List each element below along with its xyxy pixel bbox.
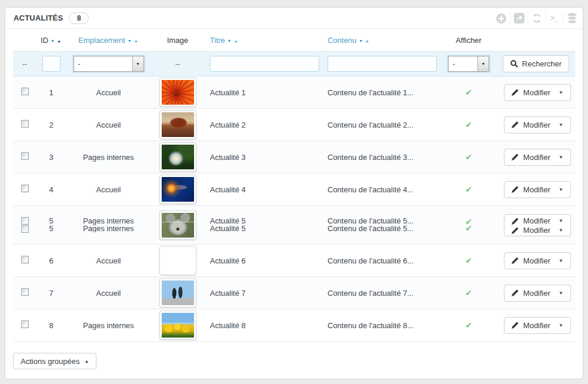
row-checkbox[interactable] <box>21 288 29 296</box>
row-checkbox[interactable] <box>21 88 29 95</box>
column-header-image: Image <box>167 36 188 45</box>
enabled-check-icon[interactable]: ✔ <box>465 152 472 162</box>
sql-manager-icon[interactable] <box>563 12 580 25</box>
filter-id-input[interactable] <box>42 56 61 72</box>
row-checkbox[interactable] <box>21 256 29 263</box>
row-checkbox[interactable] <box>21 185 29 192</box>
news-row[interactable]: 3 Pages internes Actualité 3 Contenu de … <box>13 141 575 173</box>
enabled-check-icon[interactable]: ✔ <box>465 320 472 330</box>
sort-desc-icon[interactable]: ▼ <box>228 39 232 43</box>
enabled-check-icon[interactable]: ✔ <box>465 88 472 97</box>
edit-button[interactable]: Modifier ▼ <box>504 181 571 198</box>
enabled-check-icon[interactable]: ✔ <box>465 185 472 194</box>
row-content: Contenu de l'actualité 5... <box>328 225 413 232</box>
add-icon[interactable] <box>492 12 510 25</box>
row-checkbox[interactable] <box>21 152 29 160</box>
row-title: Actualité 3 <box>204 153 322 162</box>
sort-asc-icon[interactable]: ▲ <box>57 39 62 43</box>
row-id: 1 <box>36 88 66 97</box>
column-header-emplacement[interactable]: Emplacement <box>78 36 125 45</box>
sort-asc-icon[interactable]: ▲ <box>233 39 238 43</box>
row-emplacement: Pages internes <box>83 225 134 232</box>
enabled-check-icon[interactable]: ✔ <box>465 225 472 232</box>
enabled-check-icon[interactable]: ✔ <box>465 120 472 129</box>
enabled-check-icon[interactable]: ✔ <box>465 288 472 298</box>
pencil-icon <box>512 153 519 161</box>
row-checkbox[interactable] <box>21 217 29 225</box>
news-list-panel: ACTUALITÉS 8 >_ <box>5 7 583 379</box>
filter-titre-input[interactable] <box>210 56 319 72</box>
column-header-titre[interactable]: Titre <box>210 36 225 45</box>
edit-button[interactable]: Modifier ▼ <box>504 285 571 302</box>
table-header-row: ID▼ ▲ Emplacement▼ ▲ Image Titre▼ ▲ Cont… <box>13 29 575 51</box>
row-content: Contenu de l'actualité 3... <box>322 153 445 162</box>
news-row[interactable]: 1 Accueil Actualité 1 Contenu de l'actua… <box>13 76 575 109</box>
news-row[interactable]: 2 Accueil Actualité 2 Contenu de l'actua… <box>13 109 575 141</box>
page-title: ACTUALITÉS <box>14 14 63 22</box>
row-checkbox[interactable] <box>21 320 29 328</box>
chevron-down-icon[interactable]: ▼ <box>559 155 563 160</box>
edit-button[interactable]: Modifier ▼ Modifier ▼ <box>504 214 571 236</box>
chevron-down-icon[interactable]: ▼ <box>559 187 563 192</box>
pencil-icon <box>512 227 519 234</box>
row-title: Actualité 7 <box>204 289 322 298</box>
news-row[interactable]: 7 Accueil Actualité 7 Contenu de l'actua… <box>13 277 575 309</box>
panel-footer: Actions groupées ▲ <box>5 342 583 369</box>
news-row[interactable]: 8 Pages internes Actualité 8 Contenu de … <box>13 309 575 342</box>
row-title: Actualité 6 <box>204 256 322 265</box>
row-id: 3 <box>36 153 66 162</box>
filter-contenu-input[interactable] <box>328 56 437 72</box>
chevron-down-icon[interactable]: ▼ <box>559 122 563 128</box>
export-icon[interactable] <box>510 12 527 25</box>
edit-button[interactable]: Modifier ▼ <box>504 149 571 166</box>
row-emplacement: Accueil <box>66 121 151 129</box>
filter-afficher-select[interactable]: - ▼ <box>448 56 489 72</box>
sort-desc-icon[interactable]: ▼ <box>128 39 132 43</box>
sort-asc-icon[interactable]: ▲ <box>365 39 370 43</box>
row-title: Actualité 8 <box>204 321 322 330</box>
row-emplacement: Pages internes <box>66 153 151 162</box>
bulk-actions-button[interactable]: Actions groupées ▲ <box>13 353 96 369</box>
chevron-down-icon[interactable]: ▼ <box>559 90 563 95</box>
chevron-down-icon[interactable]: ▼ <box>559 258 563 263</box>
chevron-down-icon[interactable]: ▼ <box>559 290 563 296</box>
thumbnail-image <box>159 175 196 204</box>
news-table: ID▼ ▲ Emplacement▼ ▲ Image Titre▼ ▲ Cont… <box>5 29 583 342</box>
edit-button[interactable]: Modifier ▼ <box>504 84 571 101</box>
news-row[interactable]: 4 Accueil Actualité 4 Contenu de l'actua… <box>13 173 575 206</box>
search-icon <box>510 60 518 68</box>
thumbnail-image <box>159 78 196 107</box>
panel-toolbar: >_ <box>492 8 580 29</box>
news-row-glitched[interactable]: 55 Pages internesPages internes Actualit… <box>13 206 575 245</box>
edit-button[interactable]: Modifier ▼ <box>504 116 571 133</box>
column-header-contenu[interactable]: Contenu <box>328 36 356 45</box>
pencil-icon <box>512 289 519 296</box>
chevron-down-icon[interactable]: ▼ <box>559 323 563 328</box>
filter-image-placeholder: -- <box>175 60 180 68</box>
row-checkbox[interactable] <box>21 225 29 233</box>
news-row[interactable]: 6 Accueil Actualité 6 Contenu de l'actua… <box>13 245 575 277</box>
edit-button[interactable]: Modifier ▼ <box>504 252 571 269</box>
sort-desc-icon[interactable]: ▼ <box>51 39 55 43</box>
search-button[interactable]: Rechercher <box>503 55 569 72</box>
row-id: 5 <box>49 225 53 232</box>
row-checkbox[interactable] <box>21 120 29 128</box>
row-title: Actualité 1 <box>204 88 322 97</box>
row-emplacement: Accueil <box>66 256 151 265</box>
sort-desc-icon[interactable]: ▼ <box>359 39 363 43</box>
pencil-icon <box>512 257 519 264</box>
chevron-down-icon[interactable]: ▼ <box>559 218 563 223</box>
row-emplacement: Accueil <box>66 185 151 194</box>
chevron-down-icon[interactable]: ▼ <box>559 228 563 233</box>
sort-asc-icon[interactable]: ▲ <box>134 39 139 43</box>
filter-emplacement-select[interactable]: - ▼ <box>74 56 144 72</box>
thumbnail-image <box>159 310 196 340</box>
chevron-up-icon: ▲ <box>84 359 89 364</box>
terminal-icon[interactable]: >_ <box>545 12 563 25</box>
pencil-icon <box>512 121 519 128</box>
pencil-icon <box>512 186 519 193</box>
pencil-icon <box>512 322 519 329</box>
enabled-check-icon[interactable]: ✔ <box>465 256 472 265</box>
edit-button[interactable]: Modifier ▼ <box>504 317 571 334</box>
refresh-icon[interactable] <box>527 12 545 25</box>
